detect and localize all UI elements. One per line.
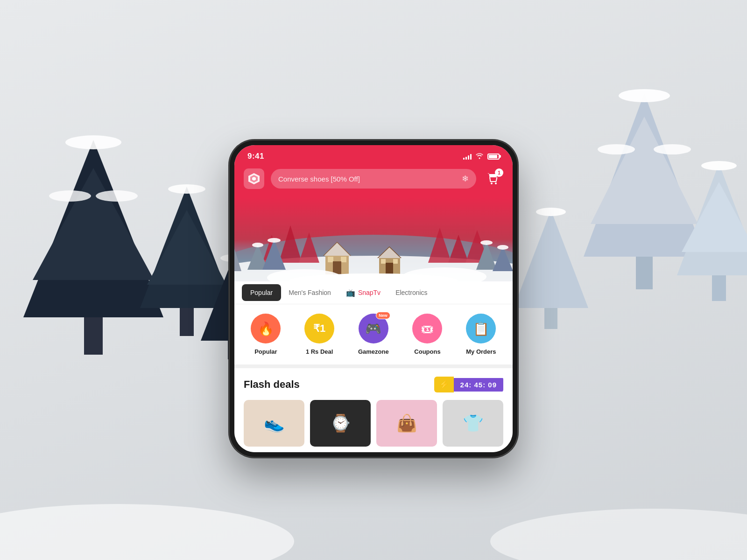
qa-coupons[interactable]: 🎟 Coupons bbox=[412, 314, 442, 355]
gamepad-icon: 🎮 bbox=[365, 321, 381, 336]
orders-icon: 📋 bbox=[473, 321, 489, 336]
app-header: Converse shoes [50% Off] ❄ 1 bbox=[234, 165, 513, 197]
rupee-icon: ₹1 bbox=[313, 322, 325, 335]
svg-marker-7 bbox=[147, 210, 226, 285]
svg-rect-61 bbox=[386, 263, 393, 274]
svg-point-25 bbox=[536, 208, 566, 216]
svg-marker-14 bbox=[591, 117, 698, 224]
svg-point-3 bbox=[65, 135, 121, 149]
signal-icon bbox=[463, 153, 472, 160]
svg-rect-21 bbox=[712, 275, 726, 301]
snaptv-icon: 📺 bbox=[346, 288, 355, 297]
flash-countdown: 24: 45: 09 bbox=[454, 378, 503, 392]
product-card-watch[interactable]: ⌚ bbox=[310, 400, 371, 447]
banner bbox=[234, 197, 513, 281]
phone-mockup: 9:41 bbox=[229, 140, 518, 458]
product-shirt-icon: 👕 bbox=[463, 413, 484, 433]
qa-1rs-label: 1 Rs Deal bbox=[306, 348, 333, 355]
svg-rect-15 bbox=[636, 257, 653, 289]
svg-point-27 bbox=[490, 509, 747, 560]
svg-marker-20 bbox=[682, 182, 747, 252]
product-row: 👟 ⌚ 👜 👕 bbox=[244, 400, 503, 447]
status-icons bbox=[463, 153, 500, 161]
app-logo[interactable] bbox=[244, 168, 264, 189]
status-time: 9:41 bbox=[247, 152, 264, 161]
phone-screen: 9:41 bbox=[234, 145, 513, 452]
search-text: Converse shoes [50% Off] bbox=[278, 175, 457, 183]
qa-gamezone[interactable]: 🎮 New Gamezone bbox=[358, 314, 389, 355]
svg-point-18 bbox=[654, 144, 691, 154]
svg-rect-2 bbox=[84, 317, 103, 355]
flash-bolt-icon: ⚡ bbox=[434, 377, 454, 392]
product-shoes-icon: 👟 bbox=[264, 413, 285, 433]
qa-1rs[interactable]: ₹1 1 Rs Deal bbox=[304, 314, 334, 355]
svg-point-5 bbox=[96, 190, 138, 202]
svg-rect-60 bbox=[393, 259, 398, 264]
fire-icon: 🔥 bbox=[258, 321, 274, 336]
svg-point-45 bbox=[268, 238, 281, 243]
svg-point-9 bbox=[168, 184, 205, 194]
tab-popular[interactable]: Popular bbox=[242, 284, 281, 301]
product-bag-icon: 👜 bbox=[396, 413, 417, 433]
svg-marker-23 bbox=[514, 210, 588, 308]
svg-rect-53 bbox=[328, 257, 333, 262]
svg-marker-0 bbox=[23, 140, 163, 317]
quick-access: 🔥 Popular ₹1 1 Rs Deal 🎮 New Gamezone bbox=[234, 304, 513, 368]
svg-rect-54 bbox=[341, 257, 346, 262]
flash-timer: ⚡ 24: 45: 09 bbox=[434, 377, 503, 392]
svg-rect-55 bbox=[333, 261, 341, 274]
tab-mens-fashion[interactable]: Men's Fashion bbox=[281, 282, 338, 303]
status-bar: 9:41 bbox=[234, 145, 513, 165]
svg-point-50 bbox=[497, 245, 508, 250]
svg-rect-24 bbox=[544, 308, 557, 329]
qa-myorders[interactable]: 📋 My Orders bbox=[466, 314, 496, 355]
logo-icon bbox=[247, 172, 261, 185]
flash-header: Flash deals ⚡ 24: 45: 09 bbox=[244, 377, 503, 392]
qa-popular[interactable]: 🔥 Popular bbox=[251, 314, 281, 355]
snowflake-icon: ❄ bbox=[462, 174, 469, 184]
battery-icon bbox=[487, 154, 500, 160]
svg-marker-13 bbox=[584, 93, 705, 257]
category-tabs: Popular Men's Fashion 📺 SnapTv Electroni… bbox=[234, 281, 513, 304]
cart-button[interactable]: 1 bbox=[483, 168, 503, 189]
product-card-bag[interactable]: 👜 bbox=[376, 400, 437, 447]
svg-point-4 bbox=[49, 190, 91, 202]
qa-coupons-label: Coupons bbox=[414, 348, 440, 355]
product-card-shirt[interactable]: 👕 bbox=[443, 400, 503, 447]
svg-point-26 bbox=[0, 504, 294, 560]
cart-badge: 1 bbox=[495, 168, 503, 177]
svg-point-16 bbox=[619, 89, 670, 102]
search-bar[interactable]: Converse shoes [50% Off] ❄ bbox=[271, 169, 476, 189]
coupon-icon: 🎟 bbox=[421, 321, 434, 336]
qa-myorders-label: My Orders bbox=[466, 348, 496, 355]
svg-point-48 bbox=[480, 240, 493, 245]
tab-electronics[interactable]: Electronics bbox=[388, 282, 435, 303]
svg-marker-6 bbox=[140, 187, 233, 308]
svg-point-32 bbox=[495, 182, 497, 184]
svg-point-43 bbox=[252, 243, 263, 247]
svg-rect-59 bbox=[381, 259, 386, 264]
tab-snaptv[interactable]: 📺 SnapTv bbox=[338, 282, 388, 304]
svg-point-17 bbox=[598, 144, 635, 154]
svg-rect-8 bbox=[180, 308, 194, 336]
new-badge: New bbox=[376, 312, 390, 319]
product-watch-icon: ⌚ bbox=[330, 413, 351, 433]
svg-point-22 bbox=[701, 161, 737, 170]
svg-marker-19 bbox=[677, 163, 747, 275]
flash-deals: Flash deals ⚡ 24: 45: 09 👟 ⌚ bbox=[234, 368, 513, 452]
flash-deals-title: Flash deals bbox=[244, 378, 300, 391]
product-card-shoes[interactable]: 👟 bbox=[244, 400, 304, 447]
wifi-icon bbox=[475, 153, 484, 161]
svg-point-31 bbox=[491, 182, 493, 184]
phone-frame: 9:41 bbox=[229, 140, 518, 458]
qa-gamezone-label: Gamezone bbox=[358, 348, 389, 355]
qa-popular-label: Popular bbox=[254, 348, 277, 355]
svg-marker-1 bbox=[33, 168, 154, 280]
